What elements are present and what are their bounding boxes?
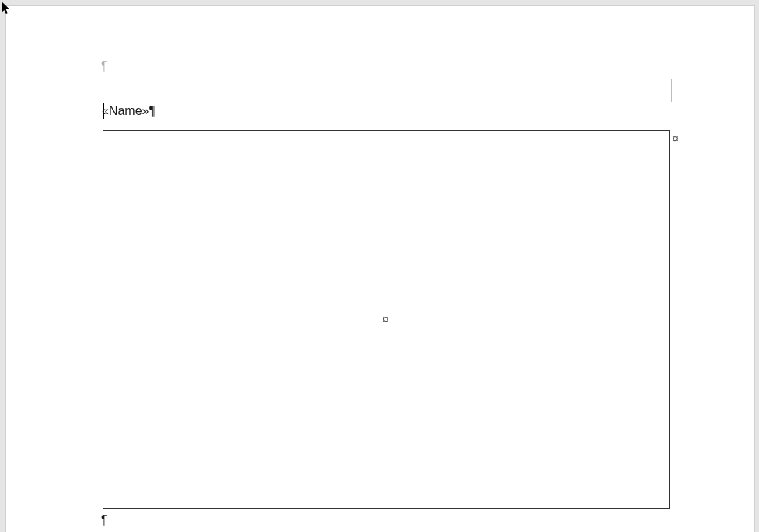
page-header-area[interactable]: ¶ <box>101 59 108 74</box>
mouse-cursor-icon <box>2 2 13 19</box>
end-of-cell-mark: ¤ <box>383 313 389 325</box>
end-of-cell-mark: ¤ <box>672 132 678 145</box>
paragraph-after-frame[interactable]: ¶ <box>101 513 108 527</box>
document-page[interactable]: ¶ «Name»¶ ¤ ¤ ¶ <box>6 6 754 532</box>
margin-guide-top-left <box>83 79 103 102</box>
pilcrow-mark: ¶ <box>101 513 108 527</box>
pilcrow-mark: ¶ <box>149 104 156 117</box>
merge-field-name: Name <box>109 104 142 117</box>
margin-guide-top-right <box>671 79 692 102</box>
mail-merge-field-line[interactable]: «Name»¶ <box>102 104 156 118</box>
merge-field-close-bracket: » <box>142 104 149 117</box>
merge-field-open-bracket: « <box>102 104 109 117</box>
header-pilcrow-mark: ¶ <box>101 59 108 73</box>
